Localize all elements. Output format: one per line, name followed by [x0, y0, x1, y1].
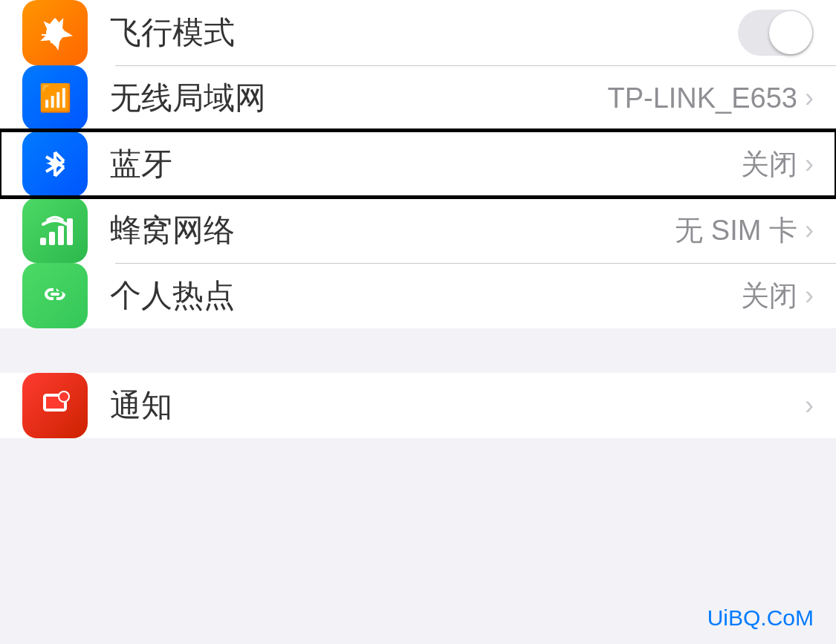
hotspot-value: 关闭	[741, 277, 797, 315]
bluetooth-value: 关闭	[741, 146, 797, 183]
wifi-chevron-icon: ›	[805, 82, 814, 114]
bluetooth-icon: ✦	[36, 145, 74, 183]
hotspot-label: 个人热点	[110, 275, 741, 316]
hotspot-value-container: 关闭 ›	[741, 277, 814, 315]
svg-rect-11	[67, 218, 73, 245]
wifi-row[interactable]: 📶 无线局域网 TP-LINK_E653 ›	[0, 65, 836, 131]
airplane-toggle[interactable]	[738, 10, 814, 56]
section-group-top: ✈ 飞行模式 📶 无线局域网 TP-LINK_E653 ›	[0, 0, 836, 131]
section-group-notifications: 通知 ›	[0, 373, 836, 438]
settings-list: ✈ 飞行模式 📶 无线局域网 TP-LINK_E653 ›	[0, 0, 836, 438]
svg-rect-9	[49, 232, 55, 245]
section-group-cellular: 蜂窝网络 无 SIM 卡 › 个人热点 关闭 ›	[0, 197, 836, 328]
notifications-icon	[36, 386, 74, 425]
notifications-row[interactable]: 通知 ›	[0, 373, 836, 438]
airplane-mode-label: 飞行模式	[110, 12, 738, 53]
wifi-icon: 📶	[36, 79, 74, 117]
airplane-icon: ✈	[36, 13, 74, 52]
wifi-value-container: TP-LINK_E653 ›	[607, 82, 814, 114]
svg-rect-8	[40, 238, 46, 245]
bluetooth-value-container: 关闭 ›	[741, 146, 814, 183]
airplane-toggle-container[interactable]	[738, 10, 814, 56]
airplane-mode-row[interactable]: ✈ 飞行模式	[0, 0, 836, 65]
bluetooth-label: 蓝牙	[110, 143, 741, 185]
cellular-icon	[36, 211, 74, 250]
bluetooth-icon-wrapper: ✦	[22, 131, 88, 197]
section-divider-1	[0, 328, 836, 373]
bluetooth-chevron-icon: ›	[805, 149, 814, 180]
svg-point-17	[59, 392, 68, 401]
svg-rect-10	[58, 226, 64, 245]
hotspot-row[interactable]: 个人热点 关闭 ›	[0, 263, 836, 328]
wifi-label: 无线局域网	[110, 77, 607, 119]
hotspot-chevron-icon: ›	[805, 280, 814, 311]
notifications-icon-wrapper	[22, 373, 88, 438]
bluetooth-row[interactable]: ✦ 蓝牙 关闭 ›	[0, 131, 836, 197]
hotspot-icon-wrapper	[22, 263, 88, 328]
cellular-value-container: 无 SIM 卡 ›	[675, 212, 814, 250]
svg-rect-12	[51, 293, 59, 296]
airplane-icon-wrapper: ✈	[22, 0, 88, 65]
wifi-icon-wrapper: 📶	[22, 65, 88, 131]
cellular-icon-wrapper	[22, 198, 88, 263]
svg-text:✈: ✈	[45, 17, 65, 44]
svg-text:📶: 📶	[39, 82, 72, 114]
cellular-value: 无 SIM 卡	[675, 212, 797, 250]
airplane-toggle-knob	[769, 11, 812, 54]
notifications-chevron-icon: ›	[805, 390, 814, 421]
notifications-chevron-container: ›	[805, 390, 814, 421]
cellular-chevron-icon: ›	[805, 215, 814, 246]
cellular-row[interactable]: 蜂窝网络 无 SIM 卡 ›	[0, 197, 836, 263]
hotspot-icon	[36, 276, 74, 315]
notifications-label: 通知	[110, 385, 805, 426]
cellular-label: 蜂窝网络	[110, 209, 675, 251]
watermark: UiBQ.CoM	[707, 605, 814, 631]
wifi-value: TP-LINK_E653	[607, 82, 797, 114]
